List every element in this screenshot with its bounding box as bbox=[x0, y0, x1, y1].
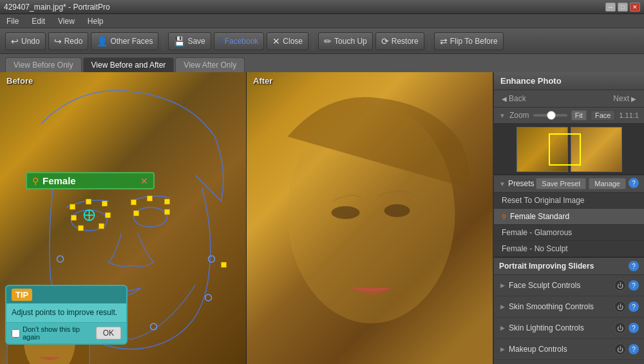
slider-name-3: Makeup Controls bbox=[509, 345, 567, 354]
help-button-2[interactable]: ? bbox=[629, 323, 639, 333]
help-button-3[interactable]: ? bbox=[629, 344, 639, 354]
menu-view[interactable]: View bbox=[55, 15, 77, 27]
slider-arrow-0: ▶ bbox=[500, 282, 505, 289]
power-button-3[interactable]: ⏻ bbox=[614, 343, 626, 355]
svg-rect-8 bbox=[99, 224, 104, 229]
slider-controls-3: ⏻ ? bbox=[614, 343, 639, 355]
preset-item-1[interactable]: ⚲ Female Standard bbox=[494, 209, 644, 225]
before-image: ⚲ Female ✕ bbox=[0, 72, 246, 364]
svg-rect-7 bbox=[79, 225, 84, 231]
svg-point-19 bbox=[209, 256, 215, 262]
tip-text: Adjust points to improve result. bbox=[12, 308, 117, 317]
undo-icon: ↩ bbox=[11, 36, 19, 46]
zoom-slider[interactable] bbox=[533, 114, 567, 117]
preset-dot-1: ⚲ bbox=[502, 213, 506, 220]
manage-button[interactable]: Manage bbox=[589, 178, 626, 189]
titlebar-controls: ─ □ ✕ bbox=[605, 3, 640, 12]
other-faces-button[interactable]: 👤 Other Faces bbox=[91, 32, 158, 50]
preset-item-3[interactable]: Female - No Sculpt bbox=[494, 241, 644, 257]
restore-icon: ⟳ bbox=[381, 36, 389, 46]
menu-file[interactable]: File bbox=[4, 15, 21, 27]
preset-label-0: Reset To Original Image bbox=[502, 196, 585, 205]
zoom-face-button[interactable]: Face bbox=[591, 110, 615, 120]
slider-row-2[interactable]: ▶ Skin Lighting Controls ⏻ ? bbox=[494, 318, 644, 339]
tab-view-before-after[interactable]: View Before and After bbox=[83, 57, 175, 72]
before-label: Before bbox=[6, 76, 33, 86]
gender-icon: ⚲ bbox=[32, 176, 39, 186]
slider-row-1[interactable]: ▶ Skin Smoothing Controls ⏻ ? bbox=[494, 296, 644, 318]
zoom-ratio: 1.11:1 bbox=[619, 111, 639, 119]
undo-button[interactable]: ↩ Undo bbox=[5, 32, 46, 50]
facebook-button[interactable]: f Facebook bbox=[214, 32, 265, 50]
slider-left-2: ▶ Skin Lighting Controls bbox=[500, 323, 584, 332]
zoom-row: ▼ Zoom Fit Face 1.11:1 bbox=[494, 108, 644, 124]
save-button[interactable]: 💾 Save bbox=[168, 32, 211, 50]
main-content: Before bbox=[0, 72, 644, 364]
slider-name-1: Skin Smoothing Controls bbox=[509, 302, 594, 311]
svg-point-29 bbox=[384, 204, 410, 217]
back-button[interactable]: ◀ Back bbox=[499, 93, 529, 104]
presets-help-button[interactable]: ? bbox=[629, 178, 639, 188]
svg-point-18 bbox=[205, 294, 212, 301]
svg-point-1 bbox=[134, 207, 167, 227]
power-button-2[interactable]: ⏻ bbox=[614, 322, 626, 334]
preset-label-2: Female - Glamorous bbox=[502, 228, 572, 237]
menu-edit[interactable]: Edit bbox=[29, 15, 48, 27]
preset-item-2[interactable]: Female - Glamorous bbox=[494, 225, 644, 241]
svg-rect-4 bbox=[102, 201, 108, 206]
enhance-header: Enhance Photo bbox=[494, 72, 644, 90]
slider-row-3[interactable]: ▶ Makeup Controls ⏻ ? bbox=[494, 339, 644, 360]
next-button[interactable]: Next ▶ bbox=[611, 93, 639, 104]
zoom-fit-button[interactable]: Fit bbox=[571, 110, 587, 120]
preset-item-0[interactable]: Reset To Original Image bbox=[494, 193, 644, 209]
close-button[interactable]: ✕ bbox=[630, 3, 640, 12]
power-button-0[interactable]: ⏻ bbox=[614, 280, 626, 291]
presets-actions: Save Preset Manage ? bbox=[536, 178, 639, 189]
before-panel: Before bbox=[0, 72, 247, 364]
flip-to-before-button[interactable]: ⇄ Flip To Before bbox=[434, 32, 504, 50]
restore-button[interactable]: ⟳ Restore bbox=[375, 32, 424, 50]
sliders-help-button[interactable]: ? bbox=[629, 261, 639, 271]
slider-name-0: Face Sculpt Controls bbox=[509, 281, 580, 290]
menu-help[interactable]: Help bbox=[85, 15, 106, 27]
flip-icon: ⇄ bbox=[440, 36, 448, 46]
slider-row-4[interactable]: ▶ Eye Controls ⏻ ? bbox=[494, 360, 644, 364]
gender-text: Female bbox=[43, 175, 137, 186]
enhance-title: Enhance Photo bbox=[500, 76, 562, 86]
slider-name-2: Skin Lighting Controls bbox=[509, 323, 584, 332]
svg-rect-9 bbox=[131, 200, 137, 205]
tabbar: View Before Only View Before and After V… bbox=[0, 54, 644, 72]
slider-arrow-2: ▶ bbox=[500, 325, 505, 331]
gender-close-button[interactable]: ✕ bbox=[140, 176, 148, 186]
svg-rect-6 bbox=[106, 213, 111, 218]
svg-rect-2 bbox=[70, 204, 75, 209]
close-toolbar-button[interactable]: ✕ Close bbox=[267, 32, 308, 50]
tip-checkbox-label[interactable]: Don't show this tip again bbox=[12, 325, 96, 341]
slider-left-0: ▶ Face Sculpt Controls bbox=[500, 281, 580, 290]
facebook-icon: f bbox=[220, 36, 222, 46]
tip-checkbox[interactable] bbox=[12, 329, 20, 338]
tab-view-after-only[interactable]: View After Only bbox=[175, 57, 245, 72]
save-preset-button[interactable]: Save Preset bbox=[536, 178, 586, 189]
help-button-0[interactable]: ? bbox=[629, 280, 639, 291]
redo-button[interactable]: ↪ Redo bbox=[48, 32, 89, 50]
minimize-button[interactable]: ─ bbox=[605, 3, 616, 12]
toolbar-separator-1 bbox=[163, 32, 164, 50]
touch-up-button[interactable]: ✏ Touch Up bbox=[318, 32, 373, 50]
zoom-handle[interactable] bbox=[547, 111, 556, 120]
help-button-1[interactable]: ? bbox=[629, 302, 639, 312]
tip-box: TIP Adjust points to improve result. Don… bbox=[5, 285, 128, 345]
after-svg bbox=[247, 72, 493, 364]
right-panel: Enhance Photo ◀ Back Next ▶ ▼ Zoom Fit F… bbox=[493, 72, 644, 364]
tab-view-before-only[interactable]: View Before Only bbox=[5, 57, 82, 72]
svg-rect-5 bbox=[71, 215, 77, 220]
touch-up-icon: ✏ bbox=[324, 36, 332, 46]
toolbar: ↩ Undo ↪ Redo 👤 Other Faces 💾 Save f Fac… bbox=[0, 28, 644, 54]
svg-point-15 bbox=[57, 256, 64, 262]
slider-row-0[interactable]: ▶ Face Sculpt Controls ⏻ ? bbox=[494, 275, 644, 296]
power-button-1[interactable]: ⏻ bbox=[614, 301, 626, 312]
tip-ok-button[interactable]: OK bbox=[96, 327, 121, 340]
slider-arrow-1: ▶ bbox=[500, 303, 505, 310]
redo-icon: ↪ bbox=[54, 36, 62, 46]
maximize-button[interactable]: □ bbox=[618, 3, 628, 12]
